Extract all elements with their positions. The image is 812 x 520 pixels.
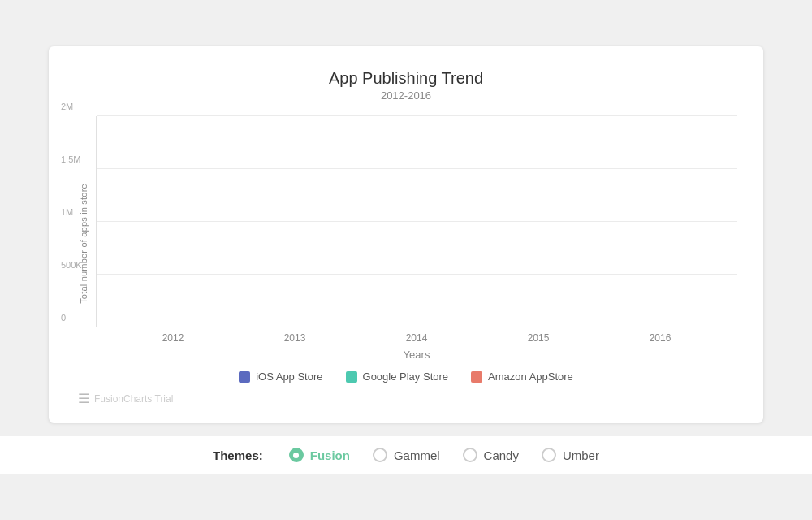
legend-item: Google Play Store <box>346 370 449 383</box>
fusioncharts-icon: ☰ <box>78 391 89 406</box>
radio-circle <box>289 448 304 462</box>
chart-subtitle: 2012-2016 <box>75 89 737 102</box>
legend-swatch <box>239 371 250 383</box>
x-tick-label: 2013 <box>261 332 328 344</box>
watermark-brand: FusionCharts <box>94 393 152 405</box>
legend-label: Google Play Store <box>363 370 449 383</box>
watermark-suffix: Trial <box>152 393 173 405</box>
chart-inner: 2M1.5M1M500K0 20122013201420152016 Years <box>96 116 737 370</box>
chart-title: App Publishing Trend <box>75 69 737 88</box>
x-axis: 20122013201420152016 <box>96 332 737 344</box>
theme-options: FusionGammelCandyUmber <box>289 448 599 462</box>
x-tick-label: 2016 <box>627 332 693 344</box>
theme-label: Umber <box>563 448 599 462</box>
y-tick-label: 0 <box>61 313 66 323</box>
watermark: ☰ FusionCharts Trial <box>78 391 737 406</box>
x-tick-label: 2015 <box>505 332 572 344</box>
theme-option-fusion[interactable]: Fusion <box>289 448 350 462</box>
chart-area: Total number of apps in store 2M1.5M1M50… <box>75 116 737 370</box>
radio-circle <box>542 448 556 462</box>
legend-label: iOS App Store <box>256 370 322 383</box>
x-tick-label: 2014 <box>383 332 450 344</box>
theme-label: Fusion <box>310 448 350 462</box>
radio-circle <box>463 448 477 462</box>
theme-option-gammel[interactable]: Gammel <box>373 448 440 462</box>
legend-item: Amazon AppStore <box>471 370 573 383</box>
y-tick-label: 1M <box>61 207 73 217</box>
y-axis-label: Total number of apps in store <box>79 184 89 304</box>
watermark-text: FusionCharts Trial <box>94 393 173 405</box>
x-axis-title: Years <box>96 349 737 361</box>
x-tick-label: 2012 <box>140 332 206 344</box>
legend-swatch <box>471 371 482 383</box>
plot-area: 2M1.5M1M500K0 <box>96 116 737 327</box>
chart-card: App Publishing Trend 2012-2016 Total num… <box>49 46 763 422</box>
legend-swatch <box>346 371 357 383</box>
themes-label: Themes: <box>213 448 263 462</box>
legend: iOS App StoreGoogle Play StoreAmazon App… <box>75 370 737 383</box>
radio-circle <box>373 448 387 462</box>
y-tick-label: 1.5M <box>61 154 80 164</box>
legend-item: iOS App Store <box>239 370 322 383</box>
y-tick-label: 2M <box>61 102 73 111</box>
theme-label: Candy <box>484 448 519 462</box>
y-tick-label: 500K <box>61 260 82 270</box>
bars-container <box>97 116 737 327</box>
theme-option-umber[interactable]: Umber <box>542 448 599 462</box>
theme-option-candy[interactable]: Candy <box>463 448 519 462</box>
themes-bar: Themes: FusionGammelCandyUmber <box>0 436 812 474</box>
legend-label: Amazon AppStore <box>488 370 573 383</box>
theme-label: Gammel <box>394 448 440 462</box>
